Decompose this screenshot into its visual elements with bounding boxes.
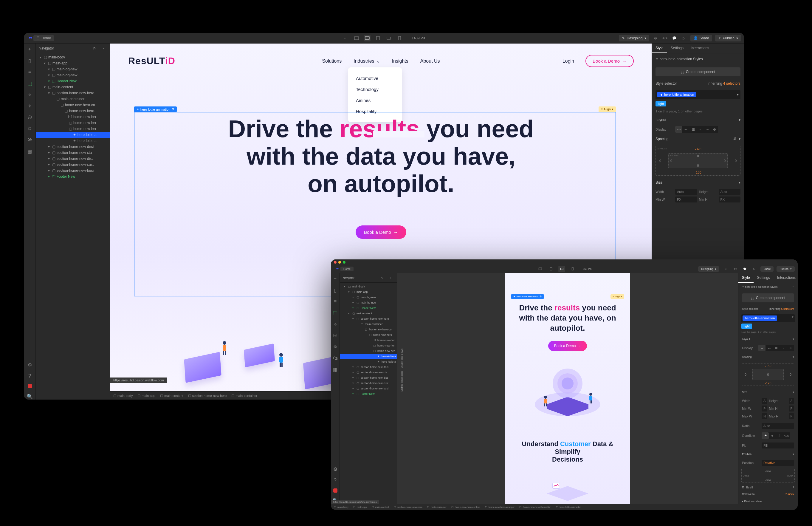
margin-top-value[interactable]: -320	[695, 147, 701, 151]
tree-item[interactable]: ▾ ▢main-bg-new	[36, 66, 110, 72]
code-icon[interactable]: </>	[662, 35, 668, 41]
pages-icon[interactable]: ▯	[332, 287, 339, 294]
pos-top[interactable]: Auto	[765, 470, 771, 473]
display-none-icon[interactable]: ⊘	[787, 345, 794, 351]
check-icon[interactable]: ⊘	[652, 35, 659, 41]
selector-chip[interactable]: ⏴hero-lottie-animation	[657, 92, 696, 97]
breadcrumb-item[interactable]: ▢ main-body	[113, 394, 133, 397]
tree-item[interactable]: ▾ ▢section-home-new-hero	[340, 316, 397, 322]
traffic-close-icon[interactable]	[334, 261, 336, 264]
tree-item[interactable]: ▾ ▢section-home-new-deci	[340, 365, 397, 370]
display-none-icon[interactable]: ⊘	[711, 126, 718, 133]
tree-item[interactable]: ▾ ▢section-home-new-busi	[36, 168, 110, 173]
overflow-auto-icon[interactable]: Auto	[783, 432, 790, 439]
tree-item[interactable]: ▾ ▢main-app	[36, 60, 110, 66]
more-icon[interactable]: ⋯	[734, 56, 740, 62]
audit-icon[interactable]	[28, 384, 32, 388]
apps-icon[interactable]: ▦	[332, 366, 339, 373]
breadcrumb-item[interactable]: ▢ hero-lottie-animation	[556, 506, 581, 508]
width-input[interactable]	[675, 189, 697, 195]
breadcrumb-item[interactable]: ▢ home-new-hero-content	[451, 506, 480, 508]
padding-value[interactable]: 0	[767, 373, 769, 376]
overflow-visible-icon[interactable]: 👁	[762, 432, 769, 439]
pos-right[interactable]: Auto	[787, 474, 793, 477]
align-label[interactable]: ≡ Align ▾	[598, 106, 616, 112]
breadcrumb-item[interactable]: ▢ section-home-new-hero	[188, 394, 227, 397]
style-icon[interactable]: ✧	[27, 103, 33, 109]
align-label[interactable]: ≡ Align ▾	[610, 294, 624, 299]
designing-mode-button[interactable]: ✎Designing▾	[619, 35, 649, 41]
check-icon[interactable]: ⊘	[722, 266, 729, 272]
position-editor[interactable]: Auto Auto Auto Auto	[741, 469, 795, 482]
breadcrumb-item[interactable]: ▢ main-app	[137, 394, 155, 397]
collapse-icon[interactable]: ‹	[100, 45, 107, 52]
maxh-input[interactable]	[789, 413, 794, 419]
display-flex-icon[interactable]: ⫘	[682, 126, 690, 133]
minh-input[interactable]	[789, 406, 794, 412]
height-input[interactable]	[719, 189, 741, 195]
tree-item[interactable]: ▾ ▢section-home-new-disc	[36, 156, 110, 161]
login-link[interactable]: Login	[563, 58, 574, 64]
navigator-tree[interactable]: ▾ ▢main-body▾ ▢main-app▾ ▢main-bg-new▾ ▢…	[36, 53, 110, 400]
padding-bottom-value[interactable]: 0	[697, 164, 699, 167]
designing-mode-button[interactable]: Designing ▾	[698, 266, 719, 272]
fit-input[interactable]	[762, 442, 794, 449]
breakpoint-landscape-icon[interactable]	[386, 35, 392, 41]
preview-icon[interactable]: ▷	[681, 35, 687, 41]
comment-icon[interactable]: 💬	[741, 266, 748, 272]
breadcrumb-item[interactable]: ▢ main-body	[334, 506, 348, 508]
publish-button[interactable]: ⇑Publish▾	[715, 35, 741, 41]
tree-item[interactable]: ▾ ▢section-home-new-disc	[340, 375, 397, 381]
variables-icon[interactable]: ⟐	[27, 91, 33, 98]
inheriting-count[interactable]: 4 selectors	[723, 81, 740, 86]
tree-item[interactable]: ▾ ▢section-home-new-cta	[340, 370, 397, 375]
layout-section-header[interactable]: Layout▾	[652, 115, 744, 124]
design-canvas-mobile[interactable]: Mobile landscape - 767px and down ✦ hero…	[397, 273, 738, 504]
selector-input[interactable]: ⏴hero-lottie-animation ▾	[655, 90, 740, 99]
link-icon[interactable]: ⇵	[733, 137, 736, 141]
dropdown-item[interactable]: Technology	[348, 84, 402, 95]
apps-icon[interactable]: ▦	[27, 148, 33, 155]
tree-item[interactable]: ▾ ▢main-bg-new	[340, 300, 397, 305]
minw-input[interactable]	[675, 197, 697, 202]
breadcrumb-item[interactable]: ▢ main-app	[353, 506, 367, 508]
overflow-scroll-icon[interactable]: ⇵	[776, 432, 783, 439]
nav-link[interactable]: Insights	[392, 58, 408, 64]
help-icon[interactable]: ?	[27, 373, 33, 379]
tree-item[interactable]: ✦hero-lottie-a	[36, 138, 110, 144]
display-block-icon[interactable]: ▭	[675, 126, 682, 133]
ecommerce-icon[interactable]: 🛍	[27, 137, 33, 143]
tree-item[interactable]: H1home-new-her	[340, 338, 397, 343]
navigator-icon[interactable]: ≡	[27, 69, 33, 75]
margin-right-value[interactable]: 0	[735, 159, 737, 162]
display-inline-block-icon[interactable]: ▫	[697, 126, 704, 133]
tree-item[interactable]: ▢home-new-hero-co	[36, 102, 110, 108]
spacing-editor[interactable]: MARGIN -320 -180 0 0 PADDING 0 0 0 0	[655, 146, 740, 176]
tree-item[interactable]: ▾ ▢section-home-new-deci	[36, 144, 110, 150]
style-tab[interactable]: Style	[652, 44, 667, 53]
users-icon[interactable]: ☺	[27, 125, 33, 132]
page-selector[interactable]: Home	[340, 267, 353, 271]
tree-item[interactable]: ✦hero-lottie-a	[340, 354, 397, 359]
maxw-input[interactable]	[762, 413, 767, 419]
padding-left-value[interactable]: 0	[670, 159, 672, 162]
tree-item[interactable]: ▢home-new-her	[340, 348, 397, 354]
tree-item[interactable]: ▾ ▢section-home-new-hero	[36, 90, 110, 96]
cms-icon[interactable]: ⛁	[332, 332, 339, 339]
dropdown-item[interactable]: Automotive	[348, 73, 402, 84]
navigator-icon[interactable]: ≡	[332, 298, 339, 305]
tree-item[interactable]: ▾ ⬚Header New	[340, 305, 397, 311]
breakpoint-desktop-icon[interactable]	[537, 266, 543, 272]
search-icon[interactable]: 🔍	[27, 393, 33, 400]
breadcrumb-item[interactable]: ▢ home-new-hero-wrapper	[485, 506, 515, 508]
page-selector[interactable]: ☰ Home	[33, 35, 54, 41]
tree-item[interactable]: ▢home-new-her	[36, 126, 110, 132]
settings-icon[interactable]: ⚙	[332, 466, 339, 472]
tree-item[interactable]: ▾ ▢main-body	[340, 284, 397, 289]
navigator-tree[interactable]: ▾ ▢main-body▾ ▢main-app▾ ▢main-bg-new▾ ▢…	[340, 283, 397, 504]
help-icon[interactable]: ?	[332, 477, 339, 484]
tree-item[interactable]: ▢home-new-hero-	[340, 332, 397, 338]
dropdown-item[interactable]: Airlines	[348, 95, 402, 106]
margin-bottom-value[interactable]: -120	[765, 381, 771, 385]
display-block-icon[interactable]: ▭	[758, 345, 766, 351]
